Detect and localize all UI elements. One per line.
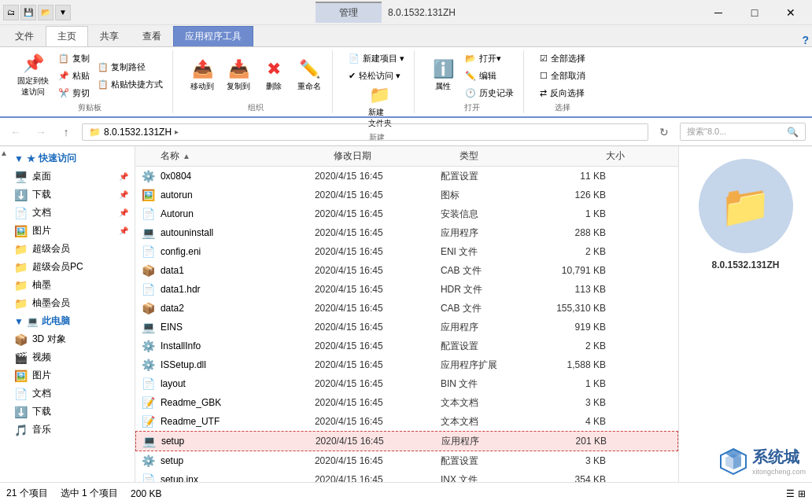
col-header-type[interactable]: 类型 xyxy=(460,149,554,163)
file-area: 名称 ▲ 修改日期 类型 大小 ⚙️ 0x0804 2020/4/15 16:4… xyxy=(135,146,678,482)
table-row[interactable]: 💻 autouninstall 2020/4/15 16:45 应用程序 288… xyxy=(135,223,678,242)
table-row[interactable]: 📄 data1.hdr 2020/4/15 16:45 HDR 文件 113 K… xyxy=(135,280,678,299)
table-row[interactable]: 💻 setup 2020/4/15 16:45 应用程序 201 KB xyxy=(135,431,678,451)
file-row-date: 2020/4/15 16:45 xyxy=(315,359,441,370)
move-to-button[interactable]: 📤 移动到 xyxy=(186,52,219,99)
sidebar-item-pictures[interactable]: 🖼️ 图片 📌 xyxy=(8,222,135,240)
search-box[interactable]: 搜索"8.0... 🔍 xyxy=(680,123,806,141)
file-row-date: 2020/4/15 16:45 xyxy=(316,436,441,447)
address-path[interactable]: 📁 8.0.1532.131ZH ▸ xyxy=(82,123,648,141)
cut-button[interactable]: ✂️ 剪切 xyxy=(55,85,93,101)
new-item-button[interactable]: 📄 新建项目 ▾ xyxy=(345,50,408,66)
select-none-button[interactable]: ☐ 全部取消 xyxy=(537,68,589,83)
minimize-button[interactable]: ─ xyxy=(700,0,736,25)
downloads2-icon: ⬇️ xyxy=(14,406,28,418)
file-row-date: 2020/4/15 16:45 xyxy=(315,265,441,276)
tab-home[interactable]: 主页 xyxy=(46,26,88,46)
sidebar-this-pc-header[interactable]: ▼ 💻 此电脑 xyxy=(8,312,135,330)
table-row[interactable]: 📄 layout 2020/4/15 16:45 BIN 文件 1 KB xyxy=(135,374,678,393)
sidebar-item-super-member[interactable]: 📁 超级会员 xyxy=(8,240,135,258)
open-dropdown-button[interactable]: 📂 打开▾ xyxy=(462,50,517,66)
tab-file[interactable]: 文件 xyxy=(3,26,46,46)
sidebar-item-videos[interactable]: 🎬 视频 xyxy=(8,348,135,366)
ribbon-right: ? xyxy=(802,34,809,46)
file-row-name: autorun xyxy=(161,189,315,200)
sidebar-item-pictures2[interactable]: 🖼️ 图片 xyxy=(8,366,135,384)
select-all-button[interactable]: ☑ 全部选择 xyxy=(537,50,589,66)
file-row-size: 919 KB xyxy=(535,322,606,333)
table-row[interactable]: 📦 data1 2020/4/15 16:45 CAB 文件 10,791 KB xyxy=(135,261,678,280)
file-row-type: 应用程序 xyxy=(441,226,535,240)
col-header-size[interactable]: 大小 xyxy=(554,149,625,163)
file-row-icon: 📝 xyxy=(142,395,156,410)
copy-path-button[interactable]: 📋 复制路径 xyxy=(94,59,166,75)
maximize-button[interactable]: □ xyxy=(736,0,773,25)
invert-selection-button[interactable]: ⇄ 反向选择 xyxy=(537,85,589,101)
close-button[interactable]: ✕ xyxy=(773,0,809,25)
sidebar-item-youmo-member[interactable]: 📁 柚墨会员 xyxy=(8,294,135,312)
tab-app-tools[interactable]: 应用程序工具 xyxy=(173,26,253,46)
file-row-size: 2 KB xyxy=(535,246,606,257)
paste-button[interactable]: 📌 粘贴 xyxy=(55,68,93,83)
table-row[interactable]: 📄 config.eni 2020/4/15 16:45 ENI 文件 2 KB xyxy=(135,242,678,261)
sidebar-item-super-member-pc[interactable]: 📁 超级会员PC xyxy=(8,258,135,276)
sidebar-item-documents2[interactable]: 📄 文档 xyxy=(8,384,135,403)
file-row-icon: ⚙️ xyxy=(142,339,156,353)
delete-button[interactable]: ✖ 删除 xyxy=(258,52,290,99)
sidebar-scroll-up[interactable]: ▲ xyxy=(0,146,8,159)
back-button[interactable]: ← xyxy=(6,123,25,142)
table-row[interactable]: ⚙️ setup 2020/4/15 16:45 配置设置 3 KB xyxy=(135,451,678,470)
forward-button[interactable]: → xyxy=(31,123,50,142)
pin-to-quick-access-button[interactable]: 📌 固定到快速访问 xyxy=(13,52,54,99)
table-row[interactable]: 📄 Autorun 2020/4/15 16:45 安装信息 1 KB xyxy=(135,204,678,223)
detail-view-icon[interactable]: ☰ xyxy=(786,488,795,499)
sidebar-item-3d[interactable]: 📦 3D 对象 xyxy=(8,330,135,348)
3d-label: 3D 对象 xyxy=(32,333,128,346)
paste-shortcut-button[interactable]: 📋 粘贴快捷方式 xyxy=(94,76,166,92)
properties-button[interactable]: ℹ️ 属性 xyxy=(427,52,459,99)
rename-label: 重命名 xyxy=(297,81,321,92)
table-row[interactable]: ⚙️ InstallInfo 2020/4/15 16:45 配置设置 2 KB xyxy=(135,337,678,355)
copy-to-button[interactable]: 📥 复制到 xyxy=(222,52,255,99)
table-row[interactable]: 📝 Readme_GBK 2020/4/15 16:45 文本文档 3 KB xyxy=(135,393,678,412)
refresh-button[interactable]: ↻ xyxy=(655,123,674,142)
up-button[interactable]: ↑ xyxy=(57,123,76,142)
table-row[interactable]: 📝 Readme_UTF 2020/4/15 16:45 文本文档 4 KB xyxy=(135,412,678,431)
quick-access-arrow: ▼ xyxy=(14,153,24,164)
table-row[interactable]: ⚙️ ISSetup.dll 2020/4/15 16:45 应用程序扩展 1,… xyxy=(135,355,678,374)
sidebar-item-music[interactable]: 🎵 音乐 xyxy=(8,421,135,439)
rename-icon: ✏️ xyxy=(299,59,320,79)
tab-share[interactable]: 共享 xyxy=(88,26,131,46)
tab-view[interactable]: 查看 xyxy=(131,26,173,46)
file-row-size: 126 KB xyxy=(535,189,606,200)
sidebar-item-youmo[interactable]: 📁 柚墨 xyxy=(8,276,135,294)
file-row-date: 2020/4/15 16:45 xyxy=(315,246,441,257)
sidebar-item-downloads2[interactable]: ⬇️ 下载 xyxy=(8,403,135,421)
help-icon[interactable]: ? xyxy=(802,34,809,46)
open-icon: 📂 xyxy=(465,53,476,64)
copy-path-label: 📋 复制路径 xyxy=(98,61,146,73)
sidebar-item-desktop[interactable]: 🖥️ 桌面 📌 xyxy=(8,167,135,186)
address-bar: ← → ↑ 📁 8.0.1532.131ZH ▸ ↻ 搜索"8.0... 🔍 xyxy=(0,118,812,146)
table-row[interactable]: 📦 data2 2020/4/15 16:45 CAB 文件 155,310 K… xyxy=(135,299,678,318)
large-icon-view-icon[interactable]: ⊞ xyxy=(798,488,806,499)
table-row[interactable]: 🖼️ autorun 2020/4/15 16:45 图标 126 KB xyxy=(135,186,678,204)
col-header-date[interactable]: 修改日期 xyxy=(334,149,460,163)
sidebar-item-documents[interactable]: 📄 文档 📌 xyxy=(8,204,135,222)
history-button[interactable]: 🕐 历史记录 xyxy=(462,85,517,101)
new-item-label: 新建项目 ▾ xyxy=(363,53,404,64)
scissors-icon: ✂️ xyxy=(58,88,69,98)
file-row-date: 2020/4/15 16:45 xyxy=(315,340,441,351)
table-row[interactable]: 📄 setup.inx 2020/4/15 16:45 INX 文件 354 K… xyxy=(135,470,678,482)
table-row[interactable]: 💻 EINS 2020/4/15 16:45 应用程序 919 KB xyxy=(135,318,678,337)
easy-access-button[interactable]: ✔ 轻松访问 ▾ xyxy=(345,68,408,83)
table-row[interactable]: ⚙️ 0x0804 2020/4/15 16:45 配置设置 11 KB xyxy=(135,167,678,186)
path-folder-icon: 📁 xyxy=(89,127,101,138)
edit-button[interactable]: ✏️ 编辑 xyxy=(462,68,517,83)
col-header-name[interactable]: 名称 ▲ xyxy=(161,149,334,163)
copy-button[interactable]: 📋 复制 xyxy=(55,50,93,66)
rename-button[interactable]: ✏️ 重命名 xyxy=(293,52,326,99)
ribbon: 📌 固定到快速访问 📋 复制 📌 粘贴 ✂️ 剪切 📋 xyxy=(0,47,812,118)
sidebar-quick-access-header[interactable]: ▼ ★ 快速访问 xyxy=(8,149,135,167)
sidebar-item-downloads[interactable]: ⬇️ 下载 📌 xyxy=(8,186,135,204)
